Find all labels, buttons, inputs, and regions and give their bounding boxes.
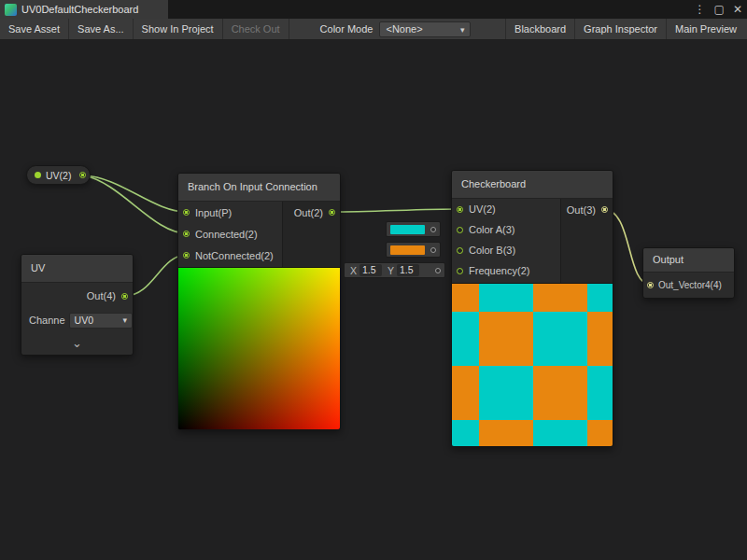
widget-connector-dot <box>435 268 441 273</box>
show-in-project-button[interactable]: Show In Project <box>134 19 222 39</box>
shader-graph-asset-icon <box>5 4 17 16</box>
checkerboard-out-row: Out(3) <box>561 199 613 220</box>
color-a-swatch[interactable] <box>390 225 425 234</box>
branch-connected-port[interactable] <box>183 231 190 237</box>
title-bar: UV0DefaultCheckerboard ⋮ ▢ ✕ <box>0 0 747 19</box>
save-as-button[interactable]: Save As... <box>69 19 133 39</box>
output-out-vector4-port[interactable] <box>647 282 654 288</box>
branch-notconnected-port[interactable] <box>183 252 190 259</box>
color-mode-dropdown[interactable]: <None> ▾ <box>379 21 471 37</box>
frequency-vector-widget: X 1.5 Y 1.5 <box>344 262 445 278</box>
color-b-swatch-widget[interactable] <box>386 242 441 258</box>
color-mode-value: <None> <box>386 22 456 36</box>
checkerboard-frequency-label: Frequency(2) <box>469 265 529 276</box>
color-mode-label: Color Mode <box>314 19 380 39</box>
uv-node-header[interactable]: UV <box>21 255 133 283</box>
uv-channel-row: Channe UV0 ▾ <box>21 309 133 331</box>
branch-node-title: Branch On Input Connection <box>188 181 317 192</box>
checkerboard-color-a-label: Color A(3) <box>469 224 515 235</box>
uv-property-output-port[interactable] <box>79 172 86 178</box>
branch-uv-gradient-preview <box>178 267 340 429</box>
save-asset-button[interactable]: Save Asset <box>0 19 68 39</box>
branch-input-p-port[interactable] <box>183 209 190 216</box>
blackboard-toggle-button[interactable]: Blackboard <box>506 19 574 39</box>
output-node-header[interactable]: Output <box>643 248 734 273</box>
checkerboard-uv-label: UV(2) <box>469 203 496 215</box>
checkerboard-preview <box>452 283 613 446</box>
more-menu-icon[interactable]: ⋮ <box>695 0 706 19</box>
branch-on-input-connection-node[interactable]: Branch On Input Connection Out(2) Input(… <box>177 173 341 430</box>
check-out-button: Check Out <box>223 19 289 39</box>
uv-out4-port[interactable] <box>121 293 128 300</box>
maximize-icon[interactable]: ▢ <box>714 0 725 19</box>
shader-graph-window: UV0DefaultCheckerboard ⋮ ▢ ✕ Save Asset … <box>0 0 747 560</box>
uv-node[interactable]: UV Out(4) Channe UV0 ▾ ⌄ <box>21 254 134 356</box>
toolbar-separator <box>289 19 289 39</box>
uv-out-label: Out(4) <box>87 290 116 301</box>
node-collapse-chevron-icon[interactable]: ⌄ <box>21 331 133 355</box>
chevron-down-icon: ▾ <box>122 315 127 325</box>
branch-out2-port[interactable] <box>329 209 335 216</box>
property-exposed-dot <box>35 172 41 178</box>
output-input-row: Out_Vector4(4) <box>643 273 734 298</box>
checkerboard-out-label: Out(3) <box>567 204 596 216</box>
tab-uv0defaultcheckerboard[interactable]: UV0DefaultCheckerboard <box>0 0 168 19</box>
close-icon[interactable]: ✕ <box>733 0 742 19</box>
checkerboard-node[interactable]: Checkerboard Out(3) UV(2) Color A(3) Col… <box>451 170 613 447</box>
uv-out-row: Out(4) <box>21 283 133 309</box>
checkerboard-color-b-label: Color B(3) <box>469 245 515 256</box>
chevron-down-icon: ▾ <box>460 25 465 35</box>
frequency-y-label: Y <box>388 265 394 276</box>
uv-node-title: UV <box>31 262 45 273</box>
widget-connector-dot <box>430 247 436 253</box>
widget-connector-dot <box>430 227 436 232</box>
branch-out-label: Out(2) <box>294 207 323 218</box>
output-node-title: Output <box>653 254 684 265</box>
toolbar-right-group: Blackboard Graph Inspector Main Preview <box>505 19 745 39</box>
branch-connected-label: Connected(2) <box>195 229 258 240</box>
frequency-x-label: X <box>350 265 357 276</box>
output-out-vector4-label: Out_Vector4(4) <box>658 280 722 290</box>
main-preview-toggle-button[interactable]: Main Preview <box>667 19 745 39</box>
color-b-swatch[interactable] <box>390 245 425 255</box>
tab-title: UV0DefaultCheckerboard <box>21 4 138 15</box>
checkerboard-color-a-port[interactable] <box>457 227 463 233</box>
branch-node-header[interactable]: Branch On Input Connection <box>178 174 340 202</box>
branch-out-row: Out(2) <box>283 202 340 223</box>
output-node[interactable]: Output Out_Vector4(4) <box>642 247 735 299</box>
uv-property-node[interactable]: UV(2) <box>26 165 91 185</box>
uv-channel-label: Channe <box>29 315 65 326</box>
checkerboard-color-b-port[interactable] <box>457 247 463 254</box>
checkerboard-out3-port[interactable] <box>601 206 608 213</box>
checkerboard-node-title: Checkerboard <box>461 178 526 189</box>
graph-inspector-toggle-button[interactable]: Graph Inspector <box>575 19 666 39</box>
branch-notconnected-label: NotConnected(2) <box>195 250 274 261</box>
checkerboard-output-column: Out(3) <box>560 199 613 283</box>
checkerboard-node-header[interactable]: Checkerboard <box>452 171 613 199</box>
branch-output-column: Out(2) <box>282 202 340 267</box>
uv-property-label: UV(2) <box>46 170 71 181</box>
toolbar: Save Asset Save As... Show In Project Ch… <box>0 19 747 40</box>
window-controls: ⋮ ▢ ✕ <box>695 0 742 19</box>
checkerboard-frequency-port[interactable] <box>457 268 463 274</box>
frequency-y-field[interactable]: 1.5 <box>397 264 419 276</box>
color-a-swatch-widget[interactable] <box>386 221 441 237</box>
frequency-x-field[interactable]: 1.5 <box>359 264 382 276</box>
checkerboard-uv-port[interactable] <box>457 206 463 213</box>
uv-channel-dropdown[interactable]: UV0 ▾ <box>69 313 133 329</box>
branch-input-p-label: Input(P) <box>195 207 232 218</box>
uv-channel-value: UV0 <box>75 315 123 326</box>
